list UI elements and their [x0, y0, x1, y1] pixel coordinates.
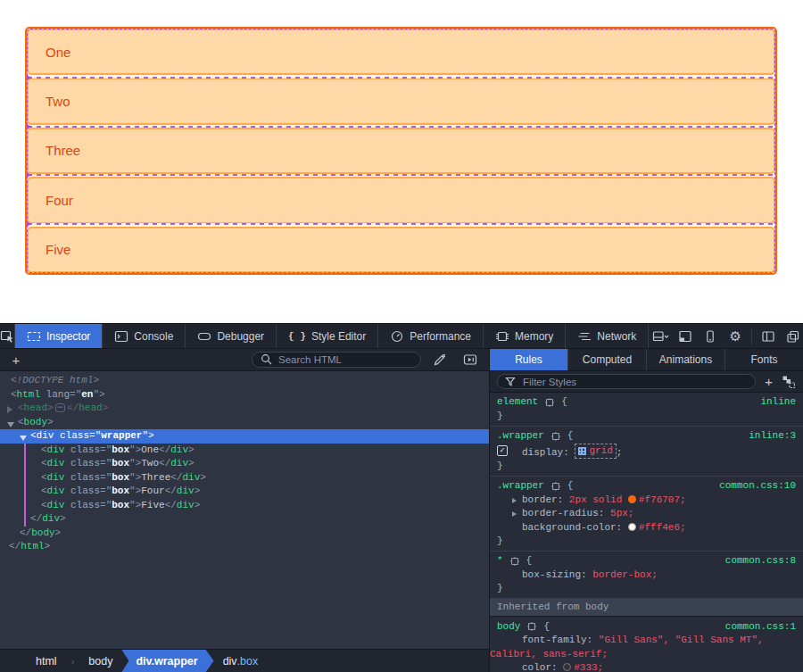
rule-selector[interactable]: body [497, 620, 520, 635]
devtools-toolbar: InspectorConsoleDebugger{ }Style EditorP… [0, 324, 803, 349]
markup-toolbar: + [0, 349, 489, 371]
add-node-button[interactable]: + [7, 353, 25, 368]
css-rule: .wrapper{inline:3✓display: grid;} [490, 427, 803, 477]
color-swatch[interactable] [628, 495, 636, 503]
tab-fonts[interactable]: Fonts [725, 349, 803, 370]
markup-node[interactable]: </html> [0, 540, 489, 554]
css-rule: body{common.css:1font-family: "Gill Sans… [490, 617, 803, 672]
markup-node[interactable]: </div> [0, 512, 489, 527]
responsive-mode-icon[interactable] [699, 324, 722, 348]
declaration-checkbox[interactable]: ✓ [497, 445, 508, 456]
split-console-icon[interactable] [674, 324, 697, 348]
tab-rules[interactable]: Rules [490, 349, 568, 370]
css-declaration[interactable]: box-sizing: border-box; [490, 568, 803, 583]
markup-node[interactable]: <head>⋯</head> [0, 402, 489, 416]
rule-source-link[interactable]: inline [760, 395, 796, 410]
rule-source-link[interactable]: common.css:1 [725, 620, 796, 635]
tab-debugger[interactable]: Debugger [186, 324, 277, 348]
grid-waffle-icon[interactable] [578, 447, 586, 455]
page-preview: OneTwoThreeFourFive [0, 0, 803, 323]
color-swatch[interactable] [628, 523, 636, 531]
rule-source-link[interactable]: inline:3 [749, 429, 796, 444]
tab-performance[interactable]: Performance [378, 324, 484, 348]
style-editor-icon: { } [288, 331, 306, 342]
rule-source-link[interactable]: common.css:8 [725, 554, 796, 568]
add-rule-icon[interactable]: + [765, 374, 773, 389]
play-media-icon[interactable] [459, 349, 482, 370]
markup-node[interactable]: <html lang="en"> [0, 388, 489, 402]
search-icon [260, 353, 274, 367]
expand-arrow-icon[interactable] [512, 511, 519, 517]
dock-side-icon[interactable] [757, 324, 780, 348]
css-declaration[interactable]: background-color: #fff4e6; [490, 521, 803, 535]
css-declaration[interactable]: font-family: "Gill Sans", "Gill Sans MT"… [490, 634, 803, 661]
grid-row-line [28, 174, 774, 176]
tab-inspector[interactable]: Inspector [15, 324, 103, 348]
color-swatch[interactable] [563, 663, 571, 671]
performance-icon [390, 329, 404, 344]
markup-node[interactable]: <div class="box">Two</div> [0, 457, 489, 471]
rules-pane: RulesComputedAnimationsFonts + element{i… [490, 349, 803, 672]
markup-node[interactable]: <div class="box">Five</div> [0, 499, 489, 513]
tab-memory[interactable]: Memory [484, 324, 566, 348]
collapsed-content-badge[interactable]: ⋯ [55, 403, 65, 412]
rules-list: element{inline}.wrapper{inline:3✓display… [490, 393, 803, 672]
markup-node[interactable]: <body> [0, 416, 489, 430]
filter-styles-box[interactable] [497, 374, 756, 389]
filter-styles-input[interactable] [523, 377, 749, 387]
breadcrumb-separator-icon: › [66, 656, 80, 667]
markup-node[interactable]: <div class="box">One</div> [0, 444, 489, 458]
tab-network[interactable]: Network [566, 324, 649, 348]
rule-selector[interactable]: * [497, 554, 503, 568]
breadcrumb-item-html[interactable]: html [27, 650, 66, 672]
selector-highlighter-icon[interactable] [551, 481, 561, 492]
select-frame-icon[interactable] [649, 324, 672, 348]
settings-gear-icon[interactable]: ⚙ [724, 324, 747, 348]
markup-tree: <!DOCTYPE html><html lang="en"><head>⋯</… [0, 371, 489, 649]
eyedropper-icon[interactable] [428, 349, 451, 370]
rule-selector[interactable]: .wrapper [497, 479, 544, 494]
css-rule: .wrapper{common.css:10border: 2px solid … [490, 477, 803, 552]
tab-computed[interactable]: Computed [568, 349, 647, 370]
expand-arrow-icon[interactable] [7, 406, 16, 413]
breadcrumb-item-div[interactable]: div.box [214, 650, 268, 672]
filter-icon [504, 375, 518, 389]
css-declaration[interactable]: color: #333; [490, 661, 803, 672]
css-declaration[interactable]: border-radius: 5px; [490, 507, 803, 521]
inherited-from-header: Inherited from body [490, 599, 803, 618]
markup-node[interactable]: <div class="box">Four</div> [0, 485, 489, 499]
rule-selector[interactable]: element [497, 395, 538, 410]
rule-source-link[interactable]: common.css:10 [719, 479, 796, 494]
grid-box: Four [27, 177, 775, 223]
markup-node[interactable]: </body> [0, 527, 489, 541]
separate-window-icon[interactable] [782, 324, 803, 348]
selector-highlighter-icon[interactable] [509, 556, 520, 567]
tab-animations[interactable]: Animations [647, 349, 725, 370]
grid-wrapper: OneTwoThreeFourFive [25, 27, 777, 275]
search-html-input[interactable] [278, 354, 413, 365]
rule-selector[interactable]: .wrapper [497, 429, 544, 444]
breadcrumb: html›bodydiv.wrapperdiv.box [0, 649, 489, 672]
pseudo-class-panel-icon[interactable] [782, 375, 796, 389]
tab-style-editor[interactable]: { }Style Editor [277, 324, 378, 348]
markup-node-selected[interactable]: <div class="wrapper"> [0, 429, 489, 444]
markup-node[interactable]: <!DOCTYPE html> [0, 374, 489, 388]
selector-highlighter-icon[interactable] [526, 621, 537, 632]
css-declaration[interactable]: border: 2px solid #f76707; [490, 494, 803, 508]
console-icon [114, 329, 128, 344]
search-html-box[interactable] [252, 352, 421, 368]
tab-console[interactable]: Console [103, 324, 186, 348]
selector-highlighter-icon[interactable] [551, 431, 561, 442]
element-picker-icon[interactable] [0, 324, 15, 348]
expand-arrow-icon[interactable] [512, 498, 519, 503]
markup-pane: + <!DOCTYPE html><html lang="en"><head>⋯… [0, 349, 490, 672]
breadcrumb-item-body[interactable]: body [79, 650, 121, 672]
selector-highlighter-icon[interactable] [544, 397, 555, 408]
css-rule: element{inline} [490, 393, 803, 427]
grid-highlighter-badge[interactable]: grid [575, 444, 616, 460]
grid-box: Five [27, 227, 775, 273]
css-declaration[interactable]: ✓display: grid; [490, 444, 803, 460]
markup-node[interactable]: <div class="box">Three</div> [0, 471, 489, 485]
breadcrumb-item-div-wrapper[interactable]: div.wrapper [121, 650, 213, 672]
memory-icon [495, 329, 509, 344]
